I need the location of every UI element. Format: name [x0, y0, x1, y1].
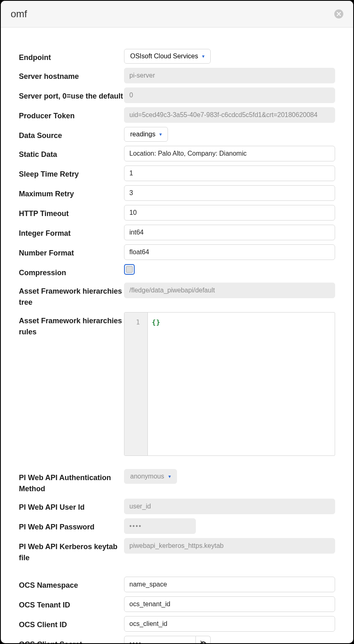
- input-server-port: [124, 87, 335, 103]
- input-sleep-time-retry[interactable]: [124, 166, 335, 181]
- input-pi-keytab: [124, 538, 335, 554]
- input-ocs-tenant-id[interactable]: [124, 596, 335, 612]
- input-number-format[interactable]: [124, 244, 335, 260]
- modal-window: omf Endpoint OSIsoft Cloud Services ▾ Se…: [1, 1, 353, 643]
- row-af-rules: Asset Framework hierarchies rules 1 {}: [19, 312, 335, 456]
- label-af-tree: Asset Framework hierarchies tree: [19, 283, 124, 308]
- label-integer-format: Integer Format: [19, 225, 124, 239]
- row-endpoint: Endpoint OSIsoft Cloud Services ▾: [19, 49, 335, 64]
- input-pi-user-id: [124, 499, 335, 514]
- label-pi-password: PI Web API Password: [19, 518, 124, 533]
- row-integer-format: Integer Format: [19, 225, 335, 240]
- label-server-hostname: Server hostname: [19, 68, 124, 82]
- label-endpoint: Endpoint: [19, 49, 124, 63]
- input-maximum-retry[interactable]: [124, 185, 335, 201]
- input-http-timeout[interactable]: [124, 205, 335, 221]
- row-server-port: Server port, 0=use the default: [19, 87, 335, 103]
- checkbox-inner: [126, 266, 133, 273]
- label-server-port: Server port, 0=use the default: [19, 87, 124, 102]
- input-af-tree: [124, 283, 335, 298]
- code-gutter: 1: [124, 313, 148, 455]
- close-icon: [337, 12, 341, 16]
- row-number-format: Number Format: [19, 244, 335, 260]
- label-pi-auth-method: PI Web API Authentication Method: [19, 469, 124, 494]
- code-editor-af-rules[interactable]: 1 {}: [124, 312, 335, 456]
- input-producer-token: [124, 107, 335, 123]
- label-ocs-client-id: OCS Client ID: [19, 616, 124, 630]
- row-pi-user-id: PI Web API User Id: [19, 499, 335, 514]
- select-pi-auth-method-value: anonymous: [130, 473, 164, 480]
- input-pi-password: [124, 518, 196, 534]
- label-pi-keytab: PI Web API Kerberos keytab file: [19, 538, 124, 564]
- label-ocs-tenant-id: OCS Tenant ID: [19, 596, 124, 611]
- input-ocs-client-secret[interactable]: [124, 636, 196, 643]
- row-pi-keytab: PI Web API Kerberos keytab file: [19, 538, 335, 564]
- chevron-down-icon: ▾: [159, 131, 162, 137]
- line-number: 1: [136, 318, 140, 326]
- input-ocs-client-id[interactable]: [124, 616, 335, 632]
- modal-title: omf: [11, 8, 27, 20]
- row-af-tree: Asset Framework hierarchies tree: [19, 283, 335, 308]
- label-producer-token: Producer Token: [19, 107, 124, 122]
- row-pi-auth-method: PI Web API Authentication Method anonymo…: [19, 469, 335, 494]
- close-button[interactable]: [334, 9, 343, 18]
- row-ocs-tenant-id: OCS Tenant ID: [19, 596, 335, 612]
- select-endpoint[interactable]: OSIsoft Cloud Services ▾: [124, 49, 211, 64]
- row-pi-password: PI Web API Password: [19, 518, 335, 534]
- row-compression: Compression: [19, 264, 335, 278]
- row-ocs-namespace: OCS Namespace: [19, 577, 335, 592]
- label-static-data: Static Data: [19, 146, 124, 160]
- label-http-timeout: HTTP Timeout: [19, 205, 124, 219]
- label-af-rules: Asset Framework hierarchies rules: [19, 312, 124, 338]
- row-ocs-client-id: OCS Client ID: [19, 616, 335, 632]
- select-data-source-value: readings: [130, 131, 155, 138]
- row-sleep-time-retry: Sleep Time Retry: [19, 166, 335, 181]
- eye-slash-icon: [200, 640, 207, 643]
- select-endpoint-value: OSIsoft Cloud Services: [130, 53, 198, 60]
- label-ocs-client-secret: OCS Client Secret: [19, 636, 124, 643]
- input-integer-format[interactable]: [124, 225, 335, 240]
- select-pi-auth-method[interactable]: anonymous ▾: [124, 469, 177, 484]
- row-maximum-retry: Maximum Retry: [19, 185, 335, 201]
- label-number-format: Number Format: [19, 244, 124, 259]
- row-producer-token: Producer Token: [19, 107, 335, 123]
- input-server-hostname: [124, 68, 335, 83]
- row-ocs-client-secret: OCS Client Secret: [19, 636, 335, 643]
- input-static-data[interactable]: [124, 146, 335, 161]
- label-maximum-retry: Maximum Retry: [19, 185, 124, 200]
- row-server-hostname: Server hostname: [19, 68, 335, 83]
- label-pi-user-id: PI Web API User Id: [19, 499, 124, 513]
- row-static-data: Static Data: [19, 146, 335, 161]
- row-data-source: Data Source readings ▾: [19, 127, 335, 142]
- modal-content: Endpoint OSIsoft Cloud Services ▾ Server…: [1, 28, 353, 643]
- label-data-source: Data Source: [19, 127, 124, 141]
- label-sleep-time-retry: Sleep Time Retry: [19, 166, 124, 180]
- input-ocs-namespace[interactable]: [124, 577, 335, 592]
- chevron-down-icon: ▾: [202, 53, 205, 59]
- row-http-timeout: HTTP Timeout: [19, 205, 335, 221]
- select-data-source[interactable]: readings ▾: [124, 127, 168, 142]
- toggle-visibility-button[interactable]: [196, 636, 211, 643]
- chevron-down-icon: ▾: [168, 474, 171, 479]
- code-body: {}: [148, 313, 165, 455]
- label-ocs-namespace: OCS Namespace: [19, 577, 124, 591]
- label-compression: Compression: [19, 264, 124, 278]
- modal-titlebar: omf: [1, 1, 353, 28]
- checkbox-compression[interactable]: [124, 264, 135, 275]
